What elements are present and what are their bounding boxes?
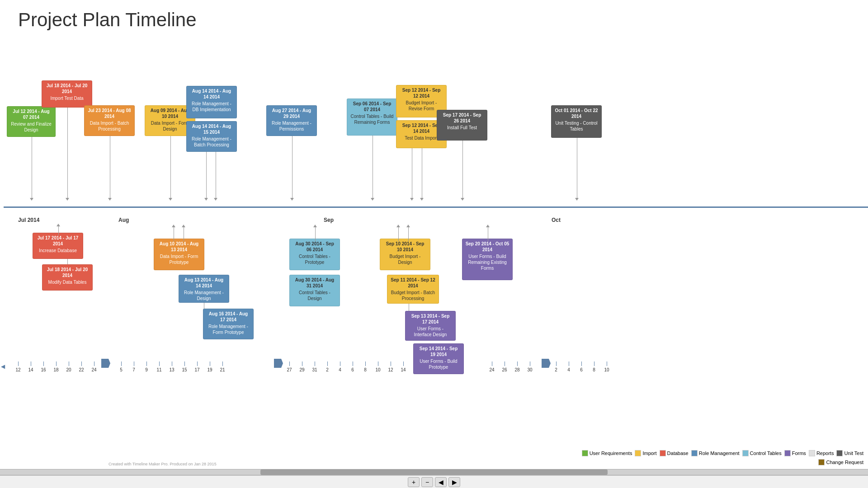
- page-title: Project Plan Timeline: [18, 9, 197, 31]
- task-role-mgmt-form-proto[interactable]: Aug 16 2014 - Aug 17 2014 Role Managemen…: [203, 309, 254, 339]
- nav-left-btn[interactable]: ◀: [435, 477, 447, 487]
- month-sep: Sep: [324, 217, 334, 223]
- aug-divider: [101, 359, 110, 368]
- legend-color-unit-test: [836, 450, 843, 456]
- arrow-b3b: [183, 225, 184, 241]
- legend-color-database: [660, 450, 666, 456]
- legend-role-mgmt: Role Management: [691, 450, 740, 456]
- task-control-tables-proto[interactable]: Aug 30 2014 - Sep 06 2014 Control Tables…: [289, 239, 340, 270]
- legend-import: Import: [635, 450, 656, 456]
- arrow-b1: [58, 224, 59, 235]
- legend-forms: Forms: [784, 450, 806, 456]
- task-modify-data-tables[interactable]: Jul 18 2014 - Jul 20 2014 Modify Data Ta…: [42, 264, 93, 291]
- legend-color-forms: [784, 450, 791, 456]
- arrow-t5b: [215, 152, 216, 201]
- arrow-t11: [462, 141, 463, 201]
- nav-right-btn[interactable]: ▶: [448, 477, 460, 487]
- arrow-b8a: [398, 225, 399, 241]
- arrow-t12: [576, 138, 577, 201]
- bottom-controls: + − ◀ ▶: [0, 475, 868, 488]
- arrow-t7: [292, 136, 292, 201]
- month-oct: Oct: [552, 217, 561, 223]
- task-install-full-test[interactable]: Sep 17 2014 - Sep 26 2014 Install Full T…: [437, 110, 487, 141]
- b9-b10-line: [409, 304, 409, 311]
- zoom-out-btn[interactable]: −: [421, 477, 433, 487]
- task-budget-import-design[interactable]: Sep 10 2014 - Sep 10 2014 Budget Import …: [380, 239, 430, 270]
- scrollbar[interactable]: [0, 469, 868, 475]
- arrow-b6: [315, 225, 316, 241]
- task-role-mgmt-design[interactable]: Aug 13 2014 - Aug 14 2014 Role Managemen…: [179, 275, 229, 303]
- legend-change-req: Change Request: [818, 459, 863, 465]
- arrow-t1: [31, 137, 32, 201]
- legend-color-change-req: [818, 459, 825, 465]
- legend-control-tables: Control Tables: [742, 450, 782, 456]
- zoom-in-btn[interactable]: +: [408, 477, 420, 487]
- arrow-t10: [421, 148, 422, 201]
- task-review-finalize[interactable]: Jul 12 2014 - Aug 07 2014 Review and Fin…: [7, 106, 56, 137]
- task-control-tables-design[interactable]: Aug 30 2014 - Aug 31 2014 Control Tables…: [289, 275, 340, 306]
- task-role-mgmt-batch[interactable]: Aug 14 2014 - Aug 15 2014 Role Managemen…: [186, 121, 237, 152]
- month-aug: Aug: [118, 217, 129, 223]
- task-unit-testing-control[interactable]: Oct 01 2014 - Oct 22 2014 Unit Testing -…: [551, 105, 602, 138]
- arrow-t3: [109, 136, 110, 201]
- sep-divider: [274, 359, 283, 368]
- legend-user-req: User Requirements: [582, 450, 632, 456]
- task-control-tables-build[interactable]: Sep 06 2014 - Sep 07 2014 Control Tables…: [347, 99, 397, 136]
- task-budget-import-batch[interactable]: Sep 11 2014 - Sep 12 2014 Budget Import …: [387, 275, 439, 304]
- arrow-b3a: [173, 225, 174, 241]
- legend-color-control-tables: [742, 450, 749, 456]
- scrollbar-thumb[interactable]: [260, 469, 608, 475]
- oct-divider: [542, 359, 551, 368]
- b1-b2-line: [67, 259, 68, 264]
- b4-b5-line: [204, 303, 204, 309]
- legend-reports: Reports: [809, 450, 834, 456]
- task-import-test-data[interactable]: Jul 18 2014 - Jul 20 2014 Import Test Da…: [42, 80, 92, 108]
- legend-color-reports: [809, 450, 815, 456]
- arrow-t5: [206, 152, 207, 201]
- task-user-forms-interface[interactable]: Sep 13 2014 - Sep 17 2014 User Forms - I…: [405, 311, 456, 341]
- task-user-forms-build-proto[interactable]: Sep 14 2014 - Sep 19 2014 User Forms - B…: [413, 343, 464, 374]
- arrow-b8b: [408, 225, 409, 241]
- task-role-mgmt-db[interactable]: Aug 14 2014 - Aug 14 2014 Role Managemen…: [186, 86, 237, 118]
- legend-database: Database: [660, 450, 689, 456]
- arrow-t8: [372, 136, 373, 201]
- arrow-b12: [487, 225, 488, 241]
- month-jul: Jul 2014: [18, 217, 39, 223]
- arrow-t2: [67, 108, 68, 201]
- created-label: Created with Timeline Maker Pro. Produce…: [108, 462, 217, 466]
- arrow-t4: [170, 136, 171, 201]
- task-user-forms-remaining[interactable]: Sep 20 2014 - Oct 05 2014 User Forms - B…: [462, 239, 513, 280]
- timeline-left-arrow[interactable]: ◀: [1, 363, 5, 370]
- legend-color-user-req: [582, 450, 588, 456]
- arrow-t9: [411, 148, 412, 201]
- timeline-ticks: ◀ 12 14 16 18 20 22 24 5 7 9 11 13 15 1: [0, 201, 868, 219]
- legend-color-role-mgmt: [691, 450, 698, 456]
- task-data-import-form-proto[interactable]: Aug 10 2014 - Aug 13 2014 Data Import - …: [154, 239, 204, 270]
- task-data-import-batch[interactable]: Jul 23 2014 - Aug 08 2014 Data Import - …: [84, 105, 135, 136]
- task-increase-database[interactable]: Jul 17 2014 - Jul 17 2014 Increase Datab…: [33, 233, 83, 259]
- legend-color-import: [635, 450, 641, 456]
- timeline-area: Jul 12 2014 - Aug 07 2014 Review and Fin…: [0, 41, 868, 488]
- legend: User Requirements Import Database Role M…: [547, 450, 863, 465]
- task-role-mgmt-perms[interactable]: Aug 27 2014 - Aug 29 2014 Role Managemen…: [266, 105, 317, 136]
- legend-unit-test: Unit Test: [836, 450, 863, 456]
